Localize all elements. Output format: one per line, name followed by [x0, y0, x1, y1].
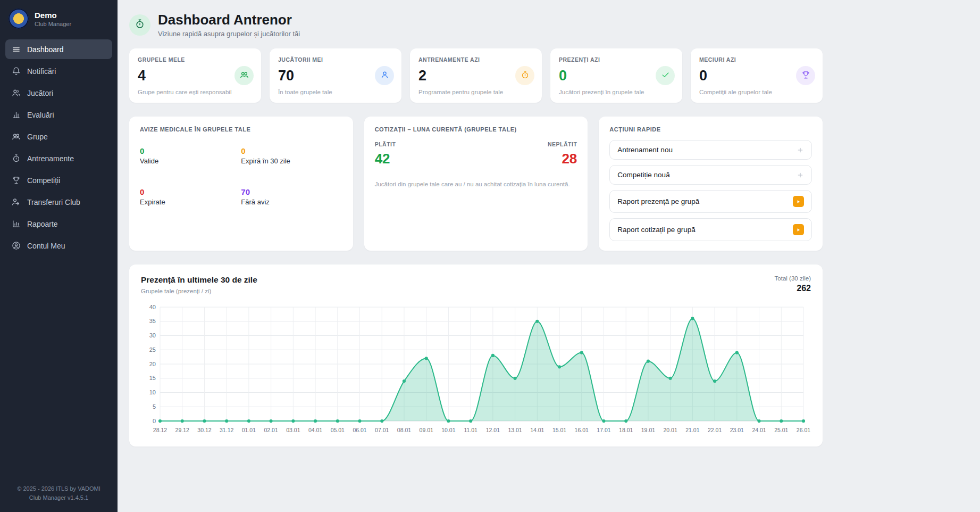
brand-name: Demo	[35, 11, 71, 20]
dues-unpaid-value: 28	[548, 151, 577, 167]
stat-description: Jucători prezenți în grupele tale	[559, 89, 674, 95]
group-icon	[240, 70, 249, 81]
chart-total-value: 262	[775, 284, 811, 293]
plus-icon	[797, 146, 804, 154]
stat-label: ANTRENAMENTE AZI	[418, 56, 533, 63]
brand-subtitle: Club Manager	[35, 21, 71, 27]
quick-action-label: Antrenament nou	[617, 146, 673, 154]
brand: Demo Club Manager	[0, 0, 118, 36]
attendance-chart-card: Prezență în ultimele 30 de zile Grupele …	[129, 265, 823, 447]
chart-subtitle: Grupele tale (prezenți / zi)	[141, 288, 257, 294]
svg-text:08.01: 08.01	[397, 427, 411, 433]
sidebar-item-label: Transferuri Club	[27, 198, 80, 207]
sidebar-item-label: Competiții	[27, 176, 60, 185]
sidebar-menu: DashboardNotificăriJucătoriEvaluăriGrupe…	[0, 36, 118, 259]
stat-card-jucatorii-mei: JUCĂTORII MEI70În toate grupele tale	[270, 48, 401, 103]
svg-text:20: 20	[149, 361, 156, 367]
svg-text:15: 15	[149, 375, 156, 381]
check-icon	[661, 70, 670, 81]
trophy-icon	[801, 70, 810, 81]
trophy-icon	[12, 176, 21, 185]
sidebar-item-transferuri-club[interactable]: Transferuri Club	[5, 192, 112, 212]
stat-description: În toate grupele tale	[278, 89, 393, 95]
stat-label: GRUPELE MELE	[138, 56, 253, 63]
medical-stat-label: Valide	[140, 157, 241, 165]
chart-area: 051015202530354028.1229.1230.1231.1201.0…	[141, 302, 811, 439]
sidebar-item-label: Evaluări	[27, 111, 54, 119]
svg-text:30: 30	[149, 332, 156, 338]
svg-text:01.01: 01.01	[242, 427, 256, 433]
chart-header: Prezență în ultimele 30 de zile Grupele …	[141, 275, 811, 294]
play-icon	[793, 224, 804, 235]
sidebar-item-notificari[interactable]: Notificări	[5, 61, 112, 81]
svg-text:19.01: 19.01	[641, 427, 655, 433]
svg-text:40: 40	[149, 304, 156, 310]
chart-bars-icon	[12, 110, 21, 119]
account-icon	[12, 241, 21, 250]
sidebar-item-antrenamente[interactable]: Antrenamente	[5, 148, 112, 168]
sidebar-item-dashboard[interactable]: Dashboard	[5, 39, 112, 59]
medical-stat-label: Expirate	[140, 198, 241, 206]
medical-panel-title: AVIZE MEDICALE ÎN GRUPELE TALE	[140, 126, 342, 133]
dues-paid-value: 42	[375, 151, 396, 167]
sidebar: Demo Club Manager DashboardNotificăriJuc…	[0, 0, 118, 512]
stat-icon-chip	[515, 66, 534, 85]
quick-action-antrenament-nou[interactable]: Antrenament nou	[609, 140, 812, 160]
bell-icon	[12, 67, 21, 76]
quick-actions-list: Antrenament nouCompetiție nouăRaport pre…	[609, 140, 812, 241]
club-logo-icon	[9, 9, 29, 29]
svg-text:25: 25	[149, 346, 156, 353]
svg-text:04.01: 04.01	[308, 427, 322, 433]
quick-action-label: Raport prezență pe grupă	[617, 197, 699, 205]
svg-text:03.01: 03.01	[286, 427, 300, 433]
svg-text:02.01: 02.01	[264, 427, 278, 433]
whistle-icon	[129, 14, 150, 36]
footer-version: Club Manager v1.4.5.1	[6, 493, 111, 502]
medical-stat-label: Fără aviz	[241, 198, 342, 206]
medical-stat-expira-in-30-zile: 0Expiră în 30 zile	[241, 146, 342, 165]
sidebar-item-contul-meu[interactable]: Contul Meu	[5, 236, 112, 255]
medical-stat-value: 70	[241, 187, 342, 196]
svg-text:5: 5	[153, 403, 156, 410]
quick-action-raport-prezenta-pe-grupa[interactable]: Raport prezență pe grupă	[609, 190, 812, 213]
sidebar-item-jucatori[interactable]: Jucători	[5, 83, 112, 103]
person-icon	[380, 70, 389, 81]
svg-text:31.12: 31.12	[220, 427, 233, 433]
medical-stat-expirate: 0Expirate	[140, 187, 241, 206]
attendance-chart: 051015202530354028.1229.1230.1231.1201.0…	[141, 302, 811, 437]
quick-action-competitie-noua[interactable]: Competiție nouă	[609, 165, 812, 185]
content: Dashboard Antrenor Viziune rapidă asupra…	[129, 0, 823, 447]
medical-stat-label: Expiră în 30 zile	[241, 157, 342, 165]
middle-row: AVIZE MEDICALE ÎN GRUPELE TALE 0Valide0E…	[129, 117, 823, 251]
sidebar-item-grupe[interactable]: Grupe	[5, 127, 112, 146]
medical-stat-fara-aviz: 70Fără aviz	[241, 187, 342, 206]
chart-title: Prezență în ultimele 30 de zile	[141, 275, 257, 285]
stat-card-antrenamente-azi: ANTRENAMENTE AZI2Programate pentru grupe…	[410, 48, 542, 103]
svg-text:28.12: 28.12	[153, 427, 167, 433]
sidebar-item-competitii[interactable]: Competiții	[5, 170, 112, 190]
quick-action-raport-cotizatii-pe-grupa[interactable]: Raport cotizații pe grupă	[609, 218, 812, 241]
stat-label: JUCĂTORII MEI	[278, 56, 393, 63]
stat-icon-chip	[375, 66, 394, 85]
svg-text:20.01: 20.01	[664, 427, 677, 433]
svg-text:09.01: 09.01	[420, 427, 433, 433]
svg-text:11.01: 11.01	[464, 427, 478, 433]
dues-row: PLĂTIT 42 NEPLĂTIT 28	[375, 141, 577, 167]
svg-text:15.01: 15.01	[552, 427, 566, 433]
quick-actions-panel: ACȚIUNI RAPIDE Antrenament nouCompetiție…	[599, 117, 823, 251]
svg-text:25.01: 25.01	[774, 427, 788, 433]
stat-description: Programate pentru grupele tale	[418, 89, 533, 95]
sidebar-item-label: Rapoarte	[27, 220, 58, 228]
page-header-text: Dashboard Antrenor Viziune rapidă asupra…	[158, 12, 300, 38]
svg-text:18.01: 18.01	[619, 427, 633, 433]
quick-actions-title: ACȚIUNI RAPIDE	[609, 126, 812, 133]
sidebar-item-label: Contul Meu	[27, 242, 65, 250]
sidebar-item-rapoarte[interactable]: Rapoarte	[5, 214, 112, 234]
medical-stat-value: 0	[140, 146, 241, 155]
svg-text:35: 35	[149, 318, 156, 324]
svg-text:10: 10	[149, 389, 156, 395]
svg-text:0: 0	[153, 418, 156, 424]
dues-panel-title: COTIZAȚII – LUNA CURENTĂ (GRUPELE TALE)	[375, 126, 577, 133]
chart-header-text: Prezență în ultimele 30 de zile Grupele …	[141, 275, 257, 294]
sidebar-item-evaluari[interactable]: Evaluări	[5, 105, 112, 125]
